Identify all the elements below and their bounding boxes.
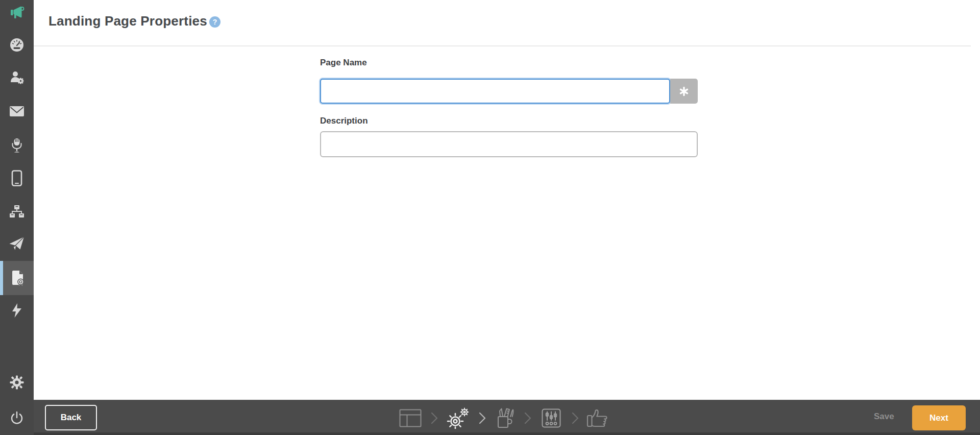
main-content: Landing Page Properties ? Page Name Des (34, 0, 980, 400)
email-icon (9, 106, 24, 117)
power-icon (10, 411, 24, 425)
lightning-icon (11, 303, 22, 318)
page-name-input[interactable] (320, 79, 670, 104)
back-button[interactable]: Back (45, 405, 97, 430)
sidebar-item-mobile[interactable] (0, 161, 34, 195)
dashboard-icon (9, 37, 24, 53)
chevron-right-icon (524, 412, 531, 424)
thumbs-up-icon (586, 408, 610, 428)
contacts-icon (9, 70, 24, 85)
landing-page-properties-screen: Landing Page Properties ? Page Name Des (0, 0, 980, 435)
personalization-button[interactable] (670, 79, 698, 104)
chevron-right-icon (431, 412, 438, 424)
sidebar-item-home[interactable] (0, 0, 34, 30)
sidebar-item-dashboard[interactable] (0, 28, 34, 62)
chevron-right-icon (479, 412, 486, 424)
save-button[interactable]: Save (874, 400, 894, 433)
description-label: Description (320, 116, 368, 126)
sidebar-item-contacts[interactable] (0, 61, 34, 94)
page-title: Landing Page Properties (48, 13, 207, 29)
microphone-icon (10, 138, 23, 153)
sidebar-nav (0, 0, 34, 435)
sidebar-item-automation[interactable] (0, 195, 34, 229)
automation-sitemap-icon (9, 205, 24, 219)
sidebar-item-landing-pages[interactable] (0, 261, 34, 295)
next-button[interactable]: Next (912, 405, 966, 430)
sidebar-item-quick-actions[interactable] (0, 294, 34, 327)
help-icon[interactable]: ? (209, 16, 220, 28)
send-plane-icon (9, 236, 25, 251)
sidebar-item-email[interactable] (0, 94, 34, 128)
sliders-icon (542, 408, 561, 428)
sidebar-item-webinar[interactable] (0, 129, 34, 162)
layout-icon (399, 409, 422, 427)
chevron-right-icon (572, 412, 579, 424)
mobile-icon (11, 170, 22, 186)
settings-gear-icon (10, 375, 24, 390)
sidebar-item-settings[interactable] (0, 366, 34, 399)
sidebar-item-logout[interactable] (0, 401, 34, 435)
gears-icon (446, 407, 471, 429)
description-input[interactable] (320, 131, 698, 157)
asterisk-icon (679, 86, 689, 96)
landing-page-document-icon (11, 270, 26, 286)
page-name-label: Page Name (320, 58, 367, 68)
page-name-group (320, 79, 698, 104)
design-tools-icon (495, 407, 516, 429)
sidebar-item-outbound[interactable] (0, 227, 34, 260)
header-divider (34, 45, 971, 46)
megaphone-icon (9, 5, 25, 20)
footer-bar: Back (0, 400, 980, 435)
